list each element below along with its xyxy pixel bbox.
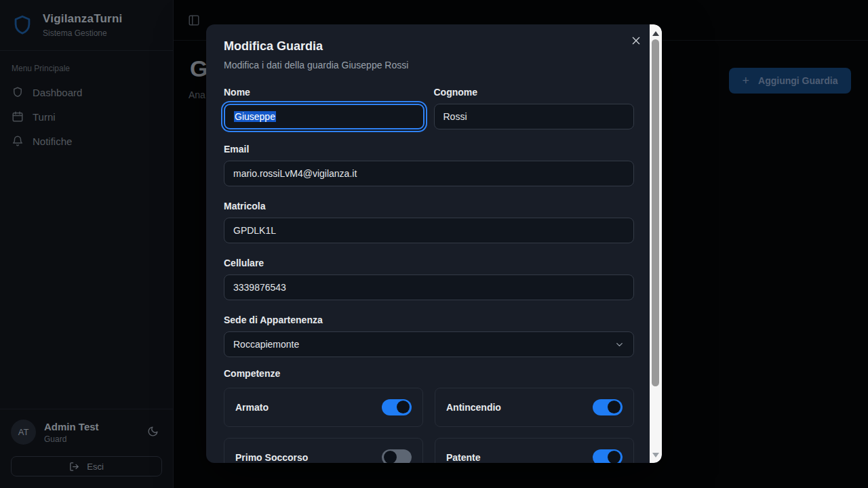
competenza-label: Patente <box>446 452 481 463</box>
email-input[interactable] <box>224 161 634 186</box>
edit-guard-modal: Modifica Guardia Modifica i dati della g… <box>206 24 662 463</box>
shield-icon <box>12 86 24 98</box>
matricola-input[interactable] <box>224 218 634 243</box>
cellulare-input[interactable] <box>224 274 634 300</box>
add-guard-label: Aggiungi Guardia <box>758 75 837 86</box>
sidebar-item-notifiche[interactable]: Notifiche <box>0 129 173 153</box>
avatar: AT <box>11 420 36 445</box>
logout-label: Esci <box>87 462 104 472</box>
page-title: G <box>190 56 208 82</box>
user-row: AT Admin Test Guard <box>11 420 162 445</box>
sede-label: Sede di Appartenenza <box>224 314 634 325</box>
user-role: Guard <box>44 434 99 444</box>
cellulare-label: Cellulare <box>224 258 634 268</box>
primo-soccorso-toggle[interactable] <box>382 449 412 463</box>
modal-title: Modifica Guardia <box>224 39 634 54</box>
logout-button[interactable]: Esci <box>11 456 162 476</box>
patente-toggle[interactable] <box>593 449 623 463</box>
nome-label: Nome <box>224 87 425 98</box>
sidebar-item-label: Turni <box>33 111 56 123</box>
competenze-label: Competenze <box>224 368 634 379</box>
matricola-label: Matricola <box>224 201 634 211</box>
competenza-card-primo-soccorso: Primo Soccorso <box>224 438 423 463</box>
modal-scrollbar[interactable] <box>650 24 662 463</box>
chevron-down-icon <box>614 340 625 350</box>
toggle-knob <box>608 451 620 463</box>
nome-selected-text: Giuseppe <box>234 111 276 122</box>
user-name: Admin Test <box>44 421 99 432</box>
modal-content: Modifica Guardia Modifica i dati della g… <box>206 24 650 463</box>
plus-icon: + <box>743 75 750 87</box>
moon-icon[interactable] <box>147 426 159 437</box>
sidebar: VigilanzaTurni Sistema Gestione Menu Pri… <box>0 0 174 488</box>
sidebar-footer: AT Admin Test Guard Esci <box>0 409 173 488</box>
panel-left-icon[interactable] <box>188 14 200 26</box>
close-icon[interactable] <box>631 35 642 46</box>
add-guard-button[interactable]: + Aggiungi Guardia <box>729 68 851 94</box>
competenza-card-patente: Patente <box>435 438 634 463</box>
logout-icon <box>69 462 79 472</box>
competenze-grid: Armato Antincendio Primo Soccorso Patent… <box>224 388 634 463</box>
competenza-label: Armato <box>235 402 269 413</box>
competenza-card-antincendio: Antincendio <box>435 388 634 427</box>
sidebar-item-label: Dashboard <box>33 87 82 98</box>
app-logo-row: VigilanzaTurni Sistema Gestione <box>0 0 173 51</box>
cognome-label: Cognome <box>434 87 635 98</box>
competenza-label: Antincendio <box>446 402 501 413</box>
scrollbar-down-arrow-icon[interactable] <box>652 453 659 458</box>
sidebar-item-turni[interactable]: Turni <box>0 104 173 129</box>
toggle-knob <box>397 401 410 413</box>
calendar-icon <box>12 110 24 123</box>
cognome-input[interactable] <box>434 104 635 129</box>
modal-subtitle: Modifica i dati della guardia Giuseppe R… <box>224 60 634 70</box>
sede-select[interactable]: Roccapiemonte <box>224 331 634 357</box>
toggle-knob <box>608 401 620 413</box>
shield-logo-icon <box>11 14 34 37</box>
page-subtitle: Ana <box>189 89 205 100</box>
sidebar-item-dashboard[interactable]: Dashboard <box>0 80 173 104</box>
email-label: Email <box>224 144 634 155</box>
antincendio-toggle[interactable] <box>593 399 623 415</box>
competenza-label: Primo Soccorso <box>235 452 308 463</box>
toggle-knob <box>384 451 397 463</box>
app-title: VigilanzaTurni <box>43 12 122 26</box>
scrollbar-up-arrow-icon[interactable] <box>652 31 659 36</box>
app-subtitle: Sistema Gestione <box>43 28 122 38</box>
competenza-card-armato: Armato <box>224 388 423 427</box>
sidebar-section-label: Menu Principale <box>12 64 161 73</box>
sede-selected-value: Roccapiemonte <box>233 339 299 350</box>
armato-toggle[interactable] <box>382 399 412 415</box>
sidebar-item-label: Notifiche <box>33 136 72 147</box>
nome-input[interactable]: Giuseppe <box>224 104 425 129</box>
scrollbar-thumb[interactable] <box>652 39 659 386</box>
bell-icon <box>12 135 24 147</box>
